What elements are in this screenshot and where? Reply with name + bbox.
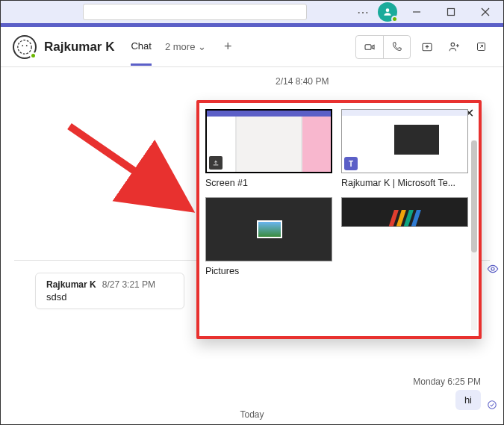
share-option-window-teams[interactable]: T Rajkumar K | Microsoft Te... — [341, 109, 468, 188]
maximize-button[interactable] — [436, 1, 466, 22]
svg-rect-2 — [448, 9, 455, 16]
eye-icon — [487, 263, 499, 277]
audio-call-button[interactable] — [383, 36, 410, 58]
title-bar: ⋯ — [1, 1, 503, 23]
share-tray-icon — [421, 41, 433, 53]
window-thumbnail — [205, 197, 332, 261]
svg-point-6 — [22, 45, 23, 46]
svg-rect-14 — [214, 165, 219, 166]
phone-icon — [391, 41, 402, 52]
add-people-button[interactable] — [444, 37, 464, 58]
message-timestamp: 2/14 8:40 PM — [276, 76, 490, 87]
presence-available-icon — [30, 52, 37, 59]
window-thumbnail — [341, 197, 468, 227]
chat-title: Rajkumar K — [44, 40, 114, 55]
popup-scrollbar[interactable] — [471, 140, 477, 330]
share-option-window-pictures[interactable]: Pictures — [205, 197, 332, 276]
svg-point-13 — [491, 267, 494, 270]
popout-button[interactable] — [470, 37, 491, 58]
svg-rect-8 — [365, 44, 371, 49]
minimize-button[interactable] — [402, 1, 432, 22]
contact-avatar[interactable] — [13, 35, 37, 59]
share-option-screen-1[interactable]: Screen #1 — [205, 109, 332, 188]
screen-thumbnail — [205, 109, 332, 173]
people-add-icon — [448, 40, 461, 53]
video-icon — [364, 41, 376, 53]
message-body: sdsd — [46, 291, 173, 303]
share-option-label: Rajkumar K | Microsoft Te... — [341, 178, 468, 188]
chat-tabs: Chat 2 more ⌄ + — [131, 28, 231, 66]
share-content-popup: ✕ Screen #1 T Rajkumar K | Microsoft Te.… — [196, 100, 482, 339]
call-buttons — [355, 35, 411, 59]
chat-header: Rajkumar K Chat 2 more ⌄ + — [1, 27, 503, 67]
svg-point-0 — [386, 8, 390, 12]
incoming-message[interactable]: Rajkumar K 8/27 3:21 PM sdsd — [35, 273, 184, 309]
share-option-label: Pictures — [205, 266, 332, 276]
scrollbar-thumb[interactable] — [471, 140, 477, 252]
svg-point-12 — [488, 401, 497, 409]
popout-icon — [476, 41, 487, 52]
tab-chat[interactable]: Chat — [131, 40, 151, 66]
chevron-down-icon: ⌄ — [198, 41, 206, 52]
presence-available-icon — [391, 16, 398, 22]
add-tab-button[interactable]: + — [224, 39, 232, 55]
share-screen-button[interactable] — [417, 37, 438, 58]
video-call-button[interactable] — [356, 36, 383, 58]
share-badge-icon — [209, 156, 223, 170]
close-window-button[interactable] — [470, 1, 500, 22]
search-input[interactable] — [83, 4, 307, 20]
share-option-window-other[interactable] — [341, 197, 468, 276]
profile-avatar[interactable] — [378, 2, 397, 22]
svg-point-5 — [18, 40, 31, 53]
outgoing-message[interactable]: hi — [455, 390, 481, 410]
share-option-label: Screen #1 — [205, 178, 332, 188]
teams-badge-icon: T — [344, 157, 358, 170]
share-options-grid: Screen #1 T Rajkumar K | Microsoft Te...… — [205, 109, 473, 276]
svg-point-7 — [26, 45, 28, 46]
svg-point-10 — [451, 43, 455, 46]
reply-time: Monday 6:25 PM — [413, 376, 481, 387]
more-menu-icon[interactable]: ⋯ — [352, 5, 373, 19]
person-icon — [382, 7, 393, 17]
window-thumbnail: T — [341, 109, 468, 173]
tab-more-dropdown[interactable]: 2 more ⌄ — [165, 41, 206, 52]
message-time: 8/27 3:21 PM — [102, 279, 155, 290]
message-sender: Rajkumar K — [46, 279, 96, 290]
today-separator: Today — [1, 409, 503, 420]
